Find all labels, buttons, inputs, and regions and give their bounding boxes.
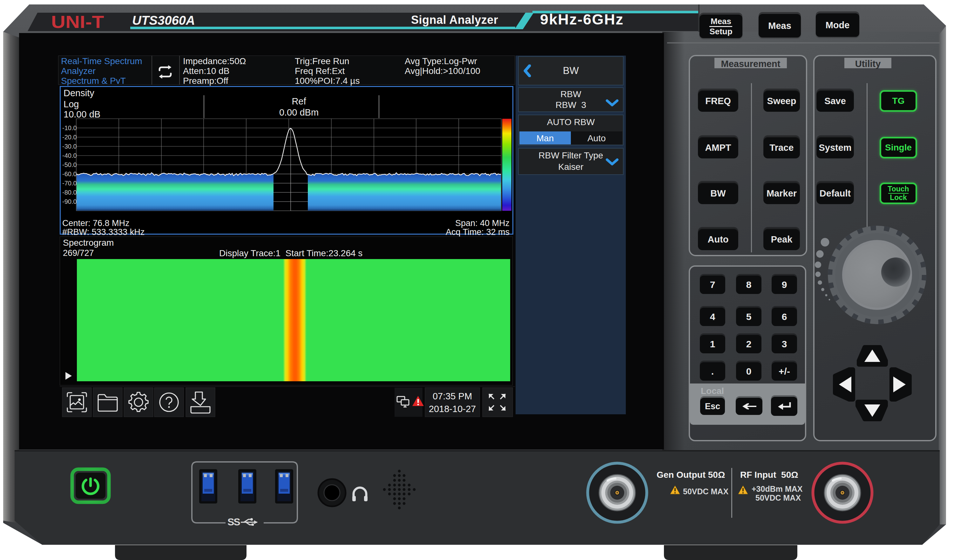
- svg-text:-90.0: -90.0: [62, 198, 77, 205]
- svg-text:-10.0: -10.0: [62, 124, 77, 131]
- svg-text:-40.0: -40.0: [62, 152, 77, 159]
- svg-text:-60.0: -60.0: [62, 170, 77, 178]
- svg-text:-20.0: -20.0: [62, 134, 77, 141]
- svg-text:-80.0: -80.0: [62, 189, 77, 196]
- svg-text:SS: SS: [227, 516, 240, 528]
- svg-text:-50.0: -50.0: [62, 161, 77, 168]
- svg-text:-70.0: -70.0: [62, 180, 77, 187]
- svg-text:-30.0: -30.0: [62, 143, 77, 150]
